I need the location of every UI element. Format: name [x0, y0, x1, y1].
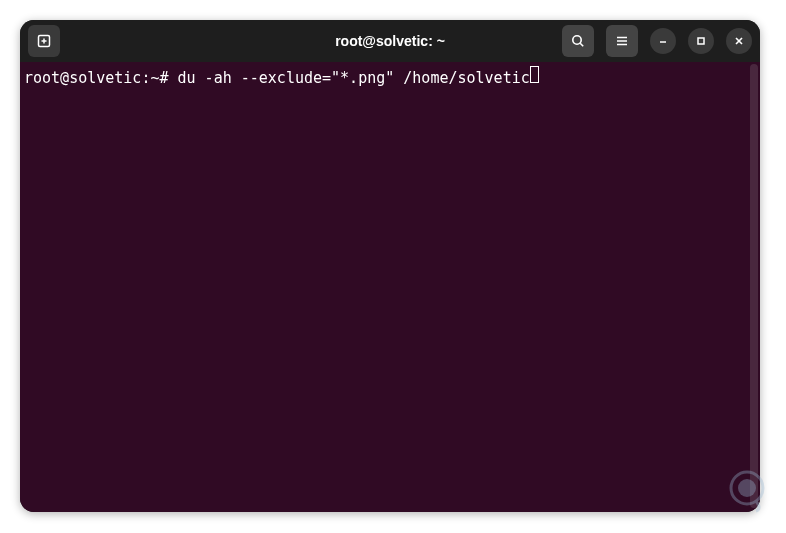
svg-rect-9	[698, 38, 704, 44]
scrollbar[interactable]	[750, 64, 758, 508]
cursor	[530, 66, 539, 83]
watermark-icon	[722, 465, 772, 515]
search-button[interactable]	[562, 25, 594, 57]
terminal-line: root@solvetic:~# du -ah --exclude="*.png…	[24, 66, 756, 89]
svg-point-3	[573, 36, 581, 44]
title-bar-right	[562, 25, 752, 57]
new-tab-icon	[36, 33, 52, 49]
prompt-colon: :	[141, 69, 150, 89]
svg-line-4	[580, 43, 583, 46]
maximize-icon	[695, 35, 707, 47]
hamburger-icon	[614, 33, 630, 49]
window-title: root@solvetic: ~	[335, 33, 445, 49]
close-icon	[733, 35, 745, 47]
command-text: du -ah --exclude="*.png" /home/solvetic	[178, 69, 530, 89]
title-bar-left	[28, 25, 60, 57]
title-bar: root@solvetic: ~	[20, 20, 760, 62]
prompt-space	[169, 69, 178, 89]
svg-point-13	[738, 479, 756, 497]
terminal-window: root@solvetic: ~	[20, 20, 760, 512]
menu-button[interactable]	[606, 25, 638, 57]
maximize-button[interactable]	[688, 28, 714, 54]
search-icon	[570, 33, 586, 49]
close-button[interactable]	[726, 28, 752, 54]
prompt-user: root@solvetic	[24, 69, 141, 89]
minimize-icon	[657, 35, 669, 47]
prompt-symbol: #	[159, 69, 168, 89]
window-controls	[650, 28, 752, 54]
minimize-button[interactable]	[650, 28, 676, 54]
prompt-path: ~	[150, 69, 159, 89]
new-tab-button[interactable]	[28, 25, 60, 57]
terminal-body[interactable]: root@solvetic:~# du -ah --exclude="*.png…	[20, 62, 760, 512]
